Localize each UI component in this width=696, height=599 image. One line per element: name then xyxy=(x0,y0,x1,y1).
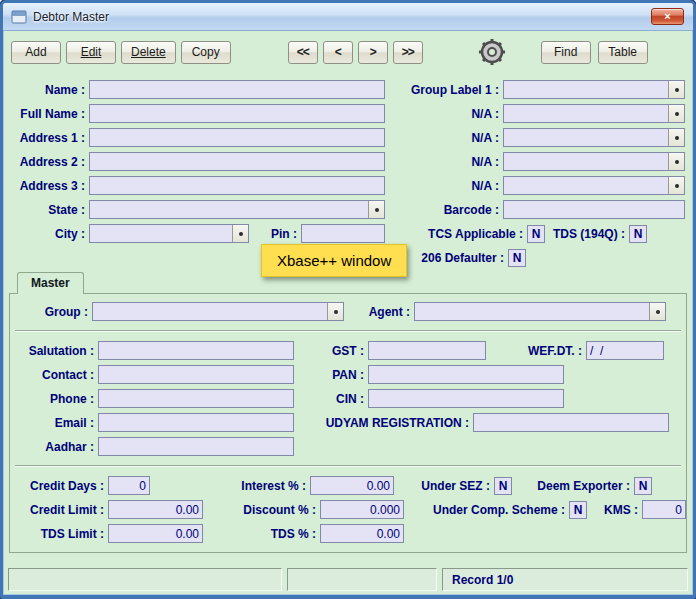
credit-days-label: Credit Days : xyxy=(20,479,108,493)
gst-label: GST : xyxy=(294,344,368,358)
agent-input[interactable] xyxy=(415,303,649,320)
state-input[interactable] xyxy=(90,201,368,218)
aadhar-input[interactable] xyxy=(98,437,294,456)
city-combo[interactable] xyxy=(89,224,249,243)
dropdown-button[interactable] xyxy=(668,129,684,146)
status-panel-2 xyxy=(287,568,437,591)
state-combo[interactable] xyxy=(89,200,385,219)
dropdown-button[interactable] xyxy=(368,201,384,218)
credit-limit-input[interactable] xyxy=(108,500,203,519)
contact-input[interactable] xyxy=(98,365,294,384)
barcode-input[interactable] xyxy=(503,200,685,219)
pan-input[interactable] xyxy=(368,365,564,384)
group-input[interactable] xyxy=(93,303,327,320)
add-button[interactable]: Add xyxy=(11,41,61,64)
dropdown-button[interactable] xyxy=(232,225,248,242)
defaulter-206-flag[interactable] xyxy=(508,249,526,267)
spacer xyxy=(647,233,685,234)
tcs-applicable-flag[interactable] xyxy=(527,225,545,243)
full-name-input[interactable] xyxy=(89,104,385,123)
tab-master[interactable]: Master xyxy=(17,272,84,294)
aadhar-label: Aadhar : xyxy=(20,440,98,454)
udyam-registration-input[interactable] xyxy=(473,413,669,432)
full-name-label: Full Name : xyxy=(11,107,89,121)
credit-days-input[interactable] xyxy=(108,476,150,495)
phone-row: Phone : CIN : xyxy=(10,389,686,408)
tds-pct-label: TDS % : xyxy=(203,527,320,541)
pin-input[interactable] xyxy=(301,224,385,243)
edit-button[interactable]: Edit xyxy=(66,41,116,64)
group-label1-label: Group Label 1 : xyxy=(395,83,503,97)
dropdown-button[interactable] xyxy=(668,153,684,170)
previous-record-button[interactable]: < xyxy=(323,41,353,64)
wef-dt-input[interactable] xyxy=(586,341,664,360)
group-label1-input[interactable] xyxy=(504,81,668,98)
na-combo-3[interactable] xyxy=(503,152,685,171)
na-label-1: N/A : xyxy=(395,107,503,121)
window-title: Debtor Master xyxy=(33,10,109,24)
interest-input[interactable] xyxy=(310,476,394,495)
contact-row: Contact : PAN : xyxy=(10,365,686,384)
na-input-2[interactable] xyxy=(504,129,668,146)
next-record-button[interactable]: > xyxy=(358,41,388,64)
dropdown-dot-icon xyxy=(675,88,679,92)
na-combo-2[interactable] xyxy=(503,128,685,147)
email-label: Email : xyxy=(20,416,98,430)
agent-label: Agent : xyxy=(356,305,414,319)
group-label1-combo[interactable] xyxy=(503,80,685,99)
close-button[interactable]: × xyxy=(651,8,684,25)
cin-input[interactable] xyxy=(368,389,564,408)
tds-limit-label: TDS Limit : xyxy=(20,527,108,541)
dropdown-button[interactable] xyxy=(668,177,684,194)
salutation-input[interactable] xyxy=(98,341,294,360)
under-sez-label: Under SEZ : xyxy=(394,479,494,493)
name-input[interactable] xyxy=(89,80,385,99)
pin-label: Pin : xyxy=(253,227,301,241)
settings-gear-button[interactable] xyxy=(474,36,510,68)
kms-input[interactable] xyxy=(642,500,686,519)
credit-limit-label: Credit Limit : xyxy=(20,503,108,517)
discount-input[interactable] xyxy=(320,500,404,519)
tds-pct-input[interactable] xyxy=(320,524,404,543)
tds-194q-flag[interactable] xyxy=(629,225,647,243)
address3-input[interactable] xyxy=(89,176,385,195)
titlebar[interactable]: Debtor Master × xyxy=(3,3,693,31)
table-button[interactable]: Table xyxy=(598,41,648,64)
kms-label: KMS : xyxy=(587,503,642,517)
phone-label: Phone : xyxy=(20,392,98,406)
city-input[interactable] xyxy=(90,225,232,242)
na-input-3[interactable] xyxy=(504,153,668,170)
na-input-1[interactable] xyxy=(504,105,668,122)
comp-scheme-flag[interactable] xyxy=(569,501,587,519)
dropdown-button[interactable] xyxy=(649,303,665,320)
na-combo-4[interactable] xyxy=(503,176,685,195)
dropdown-button[interactable] xyxy=(668,81,684,98)
phone-input[interactable] xyxy=(98,389,294,408)
cin-label: CIN : xyxy=(294,392,368,406)
last-record-button[interactable]: >> xyxy=(393,41,423,64)
separator xyxy=(15,465,681,467)
deem-exporter-flag[interactable] xyxy=(634,477,652,495)
delete-button[interactable]: Delete xyxy=(121,41,176,64)
gst-input[interactable] xyxy=(368,341,486,360)
tds-limit-input[interactable] xyxy=(108,524,203,543)
agent-combo[interactable] xyxy=(414,302,666,321)
dropdown-button[interactable] xyxy=(668,105,684,122)
address2-input[interactable] xyxy=(89,152,385,171)
address1-input[interactable] xyxy=(89,128,385,147)
find-button[interactable]: Find xyxy=(541,41,591,64)
group-combo[interactable] xyxy=(92,302,344,321)
salutation-row: Salutation : GST : WEF.DT. : xyxy=(10,341,686,360)
na-input-4[interactable] xyxy=(504,177,668,194)
first-record-button[interactable]: << xyxy=(288,41,318,64)
group-label: Group : xyxy=(20,305,92,319)
udyam-registration-label: UDYAM REGISTRATION : xyxy=(294,416,473,430)
email-input[interactable] xyxy=(98,413,294,432)
address1-row: Address 1 : N/A : xyxy=(11,128,685,147)
separator xyxy=(15,330,681,332)
na-combo-1[interactable] xyxy=(503,104,685,123)
dropdown-button[interactable] xyxy=(327,303,343,320)
under-sez-flag[interactable] xyxy=(494,477,512,495)
copy-button[interactable]: Copy xyxy=(181,41,231,64)
dropdown-dot-icon xyxy=(239,232,243,236)
